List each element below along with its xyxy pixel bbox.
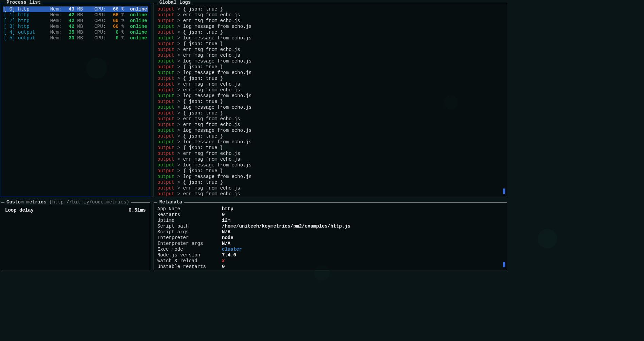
cpu-value: 0	[109, 30, 119, 35]
process-name: output	[18, 35, 50, 41]
cpu-unit: %	[119, 24, 130, 30]
log-line: output > { json: true }	[156, 133, 505, 139]
log-message: err msg from echo.js	[183, 87, 240, 93]
log-message: err msg from echo.js	[183, 12, 240, 18]
log-message: { json: true }	[183, 180, 223, 185]
log-line: output > err msg from echo.js	[156, 53, 505, 58]
log-message: err msg from echo.js	[183, 191, 240, 197]
log-source: output	[157, 191, 174, 197]
log-line: output > { json: true }	[156, 168, 505, 174]
process-name: http	[18, 12, 50, 18]
process-status: online	[130, 30, 147, 35]
log-separator: >	[174, 87, 183, 93]
cpu-unit: %	[119, 18, 130, 24]
log-message: { json: true }	[183, 76, 223, 81]
log-source: output	[157, 110, 174, 116]
log-separator: >	[174, 110, 183, 116]
log-source: output	[157, 82, 174, 87]
process-name: http	[18, 24, 50, 30]
log-message: { json: true }	[183, 133, 223, 139]
metadata-key: App Name	[157, 206, 222, 212]
log-separator: >	[174, 24, 183, 29]
process-row[interactable]: [ 1] httpMem: 42 MB CPU: 66 % online	[3, 12, 148, 18]
log-line: output > { json: true }	[156, 6, 505, 12]
metadata-value: 0	[222, 264, 225, 270]
log-message: log message from echo.js	[183, 24, 252, 29]
log-line: output > err msg from echo.js	[156, 151, 505, 157]
process-list-title: Process list	[4, 0, 43, 5]
log-source: output	[157, 99, 174, 104]
metadata-row: Node.js version7.4.0	[156, 252, 505, 258]
mem-value: 42	[65, 12, 74, 18]
scrollbar-indicator[interactable]	[503, 189, 505, 194]
log-source: output	[157, 87, 174, 93]
process-id: [ 4]	[4, 30, 18, 35]
cpu-value: 60	[109, 24, 119, 30]
log-source: output	[157, 116, 174, 122]
process-status: online	[130, 6, 147, 12]
process-status: online	[130, 12, 147, 18]
log-line: output > err msg from echo.js	[156, 47, 505, 53]
log-separator: >	[174, 70, 183, 75]
metadata-key: Interpreter args	[157, 241, 222, 247]
metadata-value: node	[222, 235, 233, 241]
log-separator: >	[174, 58, 183, 64]
log-source: output	[157, 30, 174, 35]
log-line: output > err msg from echo.js	[156, 122, 505, 128]
mem-value: 35	[65, 30, 74, 35]
log-source: output	[157, 12, 174, 18]
process-list-panel[interactable]: Process list [ 0] httpMem: 43 MB CPU: 66…	[1, 3, 150, 197]
log-line: output > log message from echo.js	[156, 128, 505, 133]
process-status: online	[130, 18, 147, 24]
log-message: log message from echo.js	[183, 35, 252, 41]
log-message: err msg from echo.js	[183, 18, 240, 23]
log-separator: >	[174, 174, 183, 179]
log-separator: >	[174, 64, 183, 70]
log-source: output	[157, 174, 174, 179]
process-row[interactable]: [ 3] httpMem: 42 MB CPU: 60 % online	[3, 24, 148, 30]
cpu-label: CPU:	[94, 24, 109, 30]
metadata-value: 7.4.0	[222, 252, 236, 258]
mem-unit: MB	[74, 35, 94, 41]
metrics-title-text: Custom metrics	[6, 199, 47, 205]
log-separator: >	[174, 122, 183, 127]
global-logs-panel[interactable]: Global Logs output > { json: true }outpu…	[154, 3, 507, 197]
metadata-row: watch & reload✘	[156, 258, 505, 264]
metric-rows-container: Loop delay0.51ms	[3, 206, 148, 213]
log-source: output	[157, 24, 174, 29]
metric-row: Loop delay0.51ms	[3, 206, 148, 213]
log-separator: >	[174, 41, 183, 47]
cpu-unit: %	[119, 12, 130, 18]
process-name: http	[18, 6, 50, 12]
metadata-panel[interactable]: Metadata App NamehttpRestarts0Uptime12mS…	[154, 202, 507, 270]
process-row[interactable]: [ 2] httpMem: 42 MB CPU: 60 % online	[3, 18, 148, 24]
mem-value: 33	[65, 35, 74, 41]
custom-metrics-panel[interactable]: Custom metrics (http://bit.ly/code-metri…	[1, 202, 150, 270]
log-separator: >	[174, 93, 183, 98]
log-source: output	[157, 122, 174, 127]
log-source: output	[157, 47, 174, 52]
log-source: output	[157, 168, 174, 174]
log-line: output > { json: true }	[156, 41, 505, 47]
log-separator: >	[174, 180, 183, 185]
process-id: [ 5]	[4, 35, 18, 41]
log-line: output > log message from echo.js	[156, 105, 505, 110]
mem-unit: MB	[74, 6, 94, 12]
log-message: err msg from echo.js	[183, 116, 240, 122]
scrollbar-indicator[interactable]	[503, 262, 505, 267]
process-id: [ 3]	[4, 24, 18, 30]
log-source: output	[157, 139, 174, 145]
log-separator: >	[174, 82, 183, 87]
log-line: output > { json: true }	[156, 76, 505, 82]
log-source: output	[157, 151, 174, 156]
log-message: err msg from echo.js	[183, 82, 240, 87]
cpu-value: 0	[109, 35, 119, 41]
log-message: log message from echo.js	[183, 58, 252, 64]
log-separator: >	[174, 139, 183, 145]
global-logs-title: Global Logs	[157, 0, 193, 5]
process-row[interactable]: [ 5] outputMem: 33 MB CPU: 0 % online	[3, 35, 148, 41]
process-row[interactable]: [ 4] outputMem: 35 MB CPU: 0 % online	[3, 30, 148, 35]
cpu-value: 66	[109, 12, 119, 18]
cpu-label: CPU:	[94, 35, 109, 41]
process-row[interactable]: [ 0] httpMem: 43 MB CPU: 66 % online	[3, 6, 148, 12]
